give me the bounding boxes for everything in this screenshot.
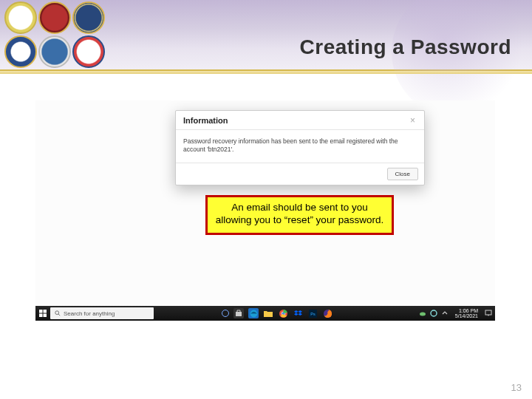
svg-rect-1 <box>44 310 47 313</box>
svg-rect-0 <box>39 310 43 313</box>
modal-close-button[interactable]: Close <box>387 168 418 180</box>
svg-rect-6 <box>236 312 242 316</box>
svg-point-4 <box>55 311 59 315</box>
firefox-icon[interactable] <box>322 308 332 318</box>
slide-number: 13 <box>511 382 522 393</box>
seal-coastguard-icon <box>72 35 105 68</box>
notifications-icon[interactable] <box>485 310 492 317</box>
instruction-callout: An email should be sent to you allowing … <box>205 195 394 235</box>
edge-icon[interactable] <box>248 308 259 318</box>
taskbar-search-input[interactable]: Search for anything <box>50 307 154 319</box>
search-icon <box>55 310 61 316</box>
tray-cloud-icon[interactable] <box>419 310 426 317</box>
service-seals <box>4 1 105 68</box>
modal-title: Information <box>183 116 228 125</box>
svg-line-5 <box>58 314 60 316</box>
screenshot-area: Information × Password recovery informat… <box>35 100 495 335</box>
file-explorer-icon[interactable] <box>263 308 273 318</box>
seal-marines-icon <box>38 1 71 34</box>
modal-header: Information × <box>176 111 424 130</box>
tray-chevron-up-icon[interactable] <box>441 310 449 317</box>
seal-airforce-icon <box>38 35 71 68</box>
browser-view: Information × Password recovery informat… <box>35 100 495 321</box>
slide-header: Creating a Password <box>0 0 532 71</box>
seal-navy-icon <box>72 1 105 34</box>
svg-point-15 <box>431 310 437 316</box>
windows-taskbar: Search for anything <box>35 306 495 321</box>
dropbox-icon[interactable] <box>293 308 303 318</box>
slide-title: Creating a Password <box>300 35 511 59</box>
cortana-icon[interactable] <box>222 310 229 317</box>
info-modal: Information × Password recovery informat… <box>175 110 425 185</box>
store-icon[interactable] <box>233 308 244 318</box>
start-button[interactable] <box>35 306 50 321</box>
seal-army-icon <box>4 1 37 34</box>
svg-rect-16 <box>485 310 491 315</box>
modal-footer: Close <box>176 163 424 185</box>
taskbar-pinned-apps: Ps <box>222 308 332 318</box>
clock-date: 5/14/2021 <box>455 313 478 318</box>
svg-text:Ps: Ps <box>310 312 316 316</box>
svg-rect-3 <box>44 314 47 318</box>
svg-rect-2 <box>39 314 43 318</box>
clock-time: 1:06 PM <box>455 308 478 313</box>
seal-dod-icon <box>4 35 37 68</box>
windows-icon <box>39 310 47 317</box>
chrome-icon[interactable] <box>278 308 288 318</box>
svg-point-14 <box>420 313 426 316</box>
taskbar-clock[interactable]: 1:06 PM 5/14/2021 <box>452 308 481 318</box>
system-tray: 1:06 PM 5/14/2021 <box>419 308 495 318</box>
tray-sync-icon[interactable] <box>430 310 437 317</box>
search-placeholder: Search for anything <box>64 310 115 317</box>
modal-body-text: Password recovery information has been s… <box>176 130 424 163</box>
close-icon[interactable]: × <box>409 115 417 126</box>
photoshop-icon[interactable]: Ps <box>307 308 318 318</box>
